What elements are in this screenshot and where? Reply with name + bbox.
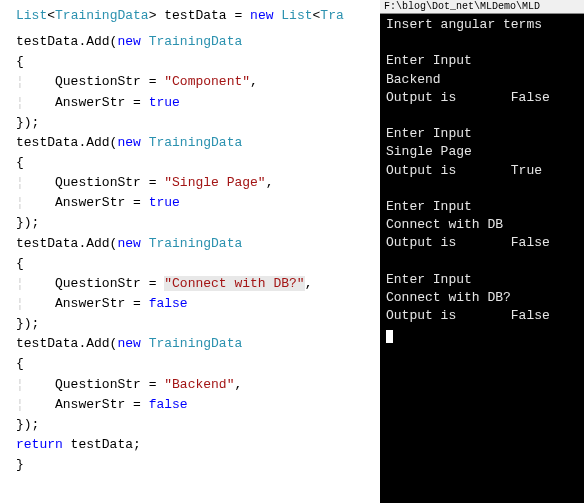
code-line-openbrace2: { — [16, 153, 380, 173]
code-line-openbrace4: { — [16, 354, 380, 374]
code-line-a1: ¦ AnswerStr = true — [16, 93, 380, 113]
console-line: Single Page — [386, 143, 578, 161]
console-line: Enter Input — [386, 271, 578, 289]
code-line-q4: ¦ QuestionStr = "Backend", — [16, 375, 380, 395]
console-line: Enter Input — [386, 125, 578, 143]
code-line-close3: }); — [16, 314, 380, 334]
console-output: Insert angular terms Enter Input Backend… — [380, 14, 584, 345]
code-editor[interactable]: List<TrainingData> testData = new List<T… — [0, 0, 380, 503]
code-line-q2: ¦ QuestionStr = "Single Page", — [16, 173, 380, 193]
console-line: Enter Input — [386, 52, 578, 70]
console-line — [386, 180, 578, 198]
console-line: Connect with DB — [386, 216, 578, 234]
console-line: Connect with DB? — [386, 289, 578, 307]
code-line-return: return testData; — [16, 435, 380, 455]
code-line-a4: ¦ AnswerStr = false — [16, 395, 380, 415]
console-line: Backend — [386, 71, 578, 89]
code-line-q3: ¦ QuestionStr = "Connect with DB?", — [16, 274, 380, 294]
console-title-text: F:\blog\Dot_net\MLDemo\MLD — [384, 1, 540, 12]
code-line-add2: testData.Add(new TrainingData — [16, 133, 380, 153]
code-line-openbrace3: { — [16, 254, 380, 274]
console-line: Output is False — [386, 307, 578, 325]
console-window[interactable]: F:\blog\Dot_net\MLDemo\MLD Insert angula… — [380, 0, 584, 503]
console-line: Enter Input — [386, 198, 578, 216]
console-line: Insert angular terms — [386, 16, 578, 34]
code-line-add3: testData.Add(new TrainingData — [16, 234, 380, 254]
console-line — [386, 252, 578, 270]
code-line-close2: }); — [16, 213, 380, 233]
console-cursor-line — [386, 325, 578, 343]
code-line-openbrace1: { — [16, 52, 380, 72]
code-line-closebrace: } — [16, 455, 380, 475]
code-line-q1: ¦ QuestionStr = "Component", — [16, 72, 380, 92]
code-line-close4: }); — [16, 415, 380, 435]
console-line: Output is False — [386, 89, 578, 107]
code-line-a2: ¦ AnswerStr = true — [16, 193, 380, 213]
cursor-icon — [386, 330, 393, 343]
code-line-1: List<TrainingData> testData = new List<T… — [16, 6, 380, 26]
console-line: Output is False — [386, 234, 578, 252]
code-line-add1: testData.Add(new TrainingData — [16, 32, 380, 52]
console-line — [386, 107, 578, 125]
code-line-close1: }); — [16, 113, 380, 133]
code-line-add4: testData.Add(new TrainingData — [16, 334, 380, 354]
console-line: Output is True — [386, 162, 578, 180]
code-line-a3: ¦ AnswerStr = false — [16, 294, 380, 314]
console-line — [386, 34, 578, 52]
console-title-bar: F:\blog\Dot_net\MLDemo\MLD — [380, 0, 584, 14]
